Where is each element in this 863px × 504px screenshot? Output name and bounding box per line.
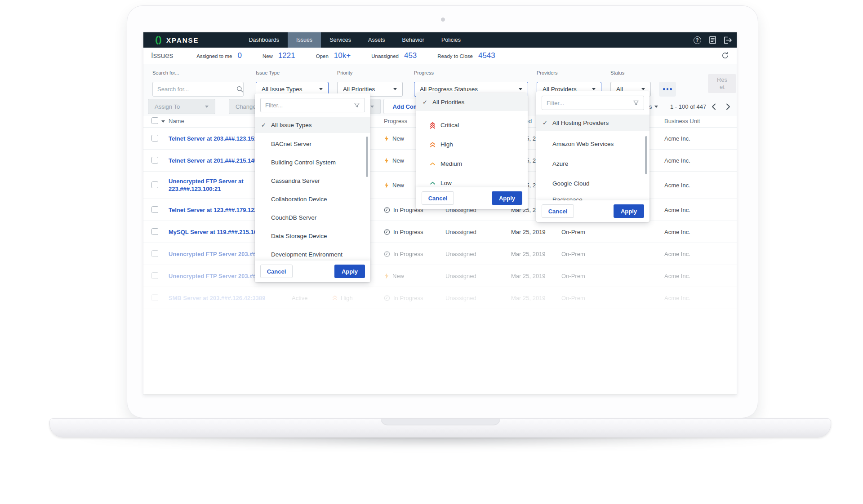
search-input[interactable] xyxy=(157,86,236,93)
clock-icon xyxy=(384,295,390,301)
table-row[interactable]: Unencrypted FTP Server 203.###.10 New Un… xyxy=(143,265,737,287)
header-progress[interactable]: Progress xyxy=(384,118,407,124)
next-page-button[interactable] xyxy=(726,99,730,114)
table-row[interactable]: SMB Server at 203.###.126.42:3389 Active… xyxy=(143,287,737,309)
option-data-storage-device[interactable]: Data Storage Device xyxy=(255,227,370,245)
option-critical[interactable]: Critical xyxy=(416,115,528,135)
option-google-cloud[interactable]: Google Cloud xyxy=(536,174,649,193)
issue-name-link[interactable]: Unencrypted FTP Server 203.###.10 xyxy=(169,273,267,279)
option-all-hosting-providers[interactable]: All Hosting Providers xyxy=(536,115,649,131)
search-icon xyxy=(236,86,243,93)
issue-type-filter xyxy=(260,98,365,112)
option-collaboration-device[interactable]: Collaboration Device xyxy=(255,190,370,208)
row-checkbox[interactable] xyxy=(151,228,158,235)
laptop-screen: XPANSE Dashboards Issues Services Assets… xyxy=(127,5,758,418)
table-row[interactable]: Unencrypted FTP Server 203.###.17 In Pro… xyxy=(143,243,737,265)
option-high[interactable]: High xyxy=(416,135,528,154)
issue-name-link[interactable]: Telnet Server at 203.###.123.151:3 xyxy=(169,135,262,142)
priority-medium-icon xyxy=(430,162,436,166)
issue-name-link[interactable]: MySQL Server at 119.###.215.169:4 xyxy=(169,229,266,235)
chevron-down-icon[interactable] xyxy=(161,120,165,123)
progress-cell: In Progress xyxy=(384,251,423,257)
cancel-button[interactable]: Cancel xyxy=(542,204,574,218)
apply-button[interactable]: Apply xyxy=(334,265,365,278)
apply-button[interactable]: Apply xyxy=(492,191,522,205)
issue-name-link[interactable]: Telnet Server at 201.###.215.145:5 xyxy=(169,157,262,164)
issue-type-filter-input[interactable] xyxy=(265,102,354,109)
option-all-issue-types[interactable]: All Issue Types xyxy=(255,117,370,133)
laptop-base xyxy=(49,418,831,438)
progress-cell: In Progress xyxy=(384,295,423,301)
issue-type-label: Issue Type xyxy=(256,70,280,75)
search-label: Search for... xyxy=(152,70,179,75)
logout-icon[interactable] xyxy=(723,35,732,44)
tab-services[interactable]: Services xyxy=(321,32,360,48)
option-building-control-system[interactable]: Building Control System xyxy=(255,153,370,172)
option-amazon-web-services[interactable]: Amazon Web Services xyxy=(536,134,649,153)
issue-name-link[interactable]: Unencrypted FTP Server at 223.###.123.10… xyxy=(169,177,244,193)
tab-issues[interactable]: Issues xyxy=(288,32,321,48)
priority-high-icon xyxy=(332,295,338,301)
cancel-button[interactable]: Cancel xyxy=(260,265,293,278)
laptop-base-notch xyxy=(381,419,500,425)
funnel-icon xyxy=(354,102,360,108)
option-couchdb-server[interactable]: CouchDB Server xyxy=(255,208,370,227)
row-checkbox[interactable] xyxy=(151,294,158,301)
tab-behavior[interactable]: Behavior xyxy=(394,32,433,48)
clock-icon xyxy=(384,251,390,257)
row-checkbox[interactable] xyxy=(151,272,158,279)
select-all-checkbox[interactable] xyxy=(151,117,158,124)
more-filters-button[interactable] xyxy=(659,82,676,97)
issue-name-link[interactable]: Unencrypted FTP Server 203.###.17 xyxy=(169,251,267,257)
issue-name-link[interactable]: Telnet Server at 123.###.179.122:1 xyxy=(169,207,262,213)
providers-filter xyxy=(542,96,644,110)
progress-cell: New xyxy=(384,135,404,142)
row-checkbox[interactable] xyxy=(151,157,158,164)
option-cassandra-server[interactable]: Cassandra Server xyxy=(255,172,370,190)
chevron-down-icon xyxy=(319,88,323,90)
refresh-icon[interactable] xyxy=(721,52,730,61)
chevron-down-icon xyxy=(519,88,522,90)
row-checkbox[interactable] xyxy=(151,206,158,213)
funnel-icon xyxy=(633,100,639,106)
page-title: Issues xyxy=(151,51,173,60)
header-business-unit[interactable]: Business Unit xyxy=(664,118,700,124)
priority-footer: Cancel Apply xyxy=(416,187,528,209)
progress-cell: New xyxy=(384,273,404,279)
scrollbar[interactable] xyxy=(645,136,647,174)
assign-to-button[interactable]: Assign To xyxy=(148,99,215,114)
header-name[interactable]: Name xyxy=(169,118,184,124)
row-checkbox[interactable] xyxy=(151,181,158,188)
reset-button[interactable]: Reset xyxy=(708,74,736,93)
apply-button[interactable]: Apply xyxy=(614,204,644,218)
row-checkbox[interactable] xyxy=(151,250,158,257)
chevron-down-icon xyxy=(592,88,596,90)
priority-critical-icon xyxy=(430,122,436,129)
issue-type-footer: Cancel Apply xyxy=(255,261,370,282)
help-icon[interactable] xyxy=(693,35,702,44)
check-icon xyxy=(261,122,271,128)
brand-name: XPANSE xyxy=(166,36,199,44)
tab-assets[interactable]: Assets xyxy=(360,32,394,48)
check-icon xyxy=(543,119,552,126)
option-all-priorities[interactable]: All Priorities xyxy=(416,93,528,111)
option-medium[interactable]: Medium xyxy=(416,154,528,173)
option-azure[interactable]: Azure xyxy=(536,154,649,173)
providers-dropdown-panel: All Hosting Providers Amazon Web Service… xyxy=(536,91,649,222)
cancel-button[interactable]: Cancel xyxy=(422,191,454,205)
option-bacnet-server[interactable]: BACnet Server xyxy=(255,135,370,153)
scrollbar[interactable] xyxy=(366,137,368,177)
tab-dashboards[interactable]: Dashboards xyxy=(240,32,288,48)
chevron-down-icon xyxy=(654,106,658,108)
issue-name-link[interactable]: SMB Server at 203.###.126.42:3389 xyxy=(169,295,265,301)
prev-page-button[interactable] xyxy=(712,99,716,114)
search-input-wrap xyxy=(152,82,244,97)
top-navbar: XPANSE Dashboards Issues Services Assets… xyxy=(143,32,737,48)
row-checkbox[interactable] xyxy=(151,135,158,141)
providers-filter-input[interactable] xyxy=(547,100,633,106)
docs-icon[interactable] xyxy=(708,35,717,44)
table-row[interactable]: MySQL Server at 119.###.215.169:4 In Pro… xyxy=(143,221,737,243)
progress-cell: In Progress xyxy=(384,229,423,235)
tab-policies[interactable]: Policies xyxy=(433,32,469,48)
clock-icon xyxy=(384,229,390,235)
